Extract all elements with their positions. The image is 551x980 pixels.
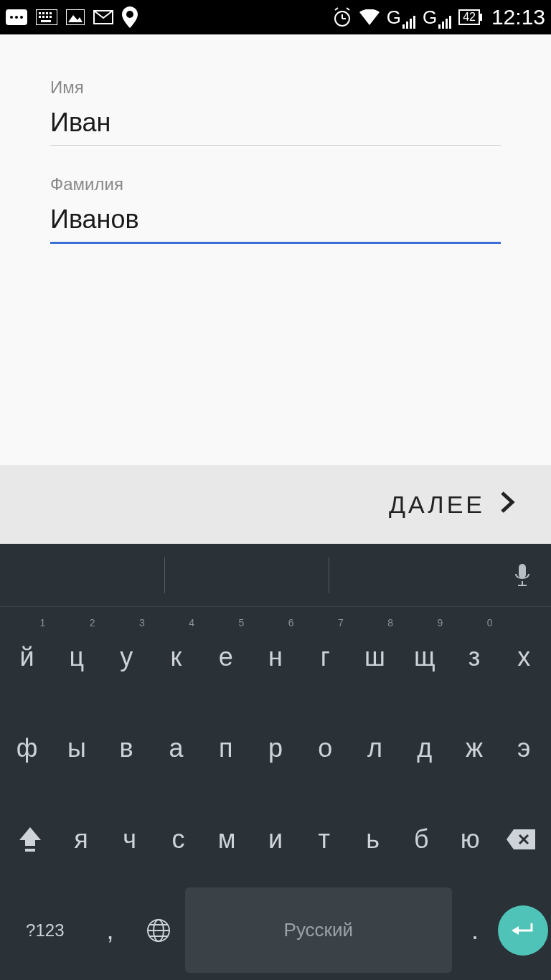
- separator: [164, 557, 165, 593]
- key-з[interactable]: з0: [450, 614, 498, 699]
- key-э[interactable]: э: [500, 705, 548, 791]
- key-я[interactable]: я: [57, 796, 105, 882]
- underline: [50, 145, 501, 146]
- mic-button[interactable]: [494, 562, 551, 588]
- svg-rect-7: [46, 12, 48, 14]
- key-х[interactable]: х: [500, 614, 548, 699]
- shift-key[interactable]: [4, 796, 56, 882]
- key-ф[interactable]: ф: [3, 705, 51, 791]
- chevron-right-icon: [499, 489, 515, 521]
- svg-rect-27: [25, 849, 35, 852]
- key-с[interactable]: с: [155, 796, 202, 882]
- key-в[interactable]: в: [103, 705, 151, 791]
- key-б[interactable]: б: [397, 796, 445, 882]
- key-к[interactable]: к4: [152, 614, 200, 699]
- key-у[interactable]: у3: [103, 614, 151, 699]
- svg-point-1: [10, 16, 13, 19]
- key-р[interactable]: р: [251, 705, 299, 791]
- key-щ[interactable]: щ9: [400, 614, 448, 699]
- separator: [329, 557, 329, 593]
- mail-notification-icon: [93, 10, 113, 24]
- next-bar: ДАЛЕЕ: [0, 465, 551, 544]
- globe-key[interactable]: [133, 887, 184, 973]
- suggestion-bar: [0, 544, 551, 607]
- svg-rect-14: [66, 9, 85, 25]
- last-name-label: Фамилия: [50, 174, 501, 194]
- next-button[interactable]: ДАЛЕЕ: [389, 489, 515, 521]
- underline-focused: [50, 242, 501, 244]
- svg-rect-13: [41, 20, 51, 22]
- notification-more-icon: [6, 9, 27, 25]
- first-name-input[interactable]: [50, 103, 501, 145]
- backspace-key[interactable]: [495, 796, 547, 882]
- comma-key[interactable]: ,: [89, 887, 132, 973]
- key-й[interactable]: й1: [3, 614, 51, 699]
- key-а[interactable]: а: [152, 705, 200, 791]
- key-г[interactable]: г7: [301, 614, 349, 699]
- svg-rect-6: [42, 12, 44, 14]
- key-ш[interactable]: ш8: [351, 614, 399, 699]
- next-button-label: ДАЛЕЕ: [389, 491, 485, 519]
- symbols-key[interactable]: ?123: [3, 887, 88, 973]
- key-о[interactable]: о: [301, 705, 349, 791]
- last-name-field: Фамилия: [50, 174, 501, 244]
- period-key[interactable]: .: [453, 887, 496, 973]
- space-key[interactable]: Русский: [185, 887, 452, 973]
- key-ж[interactable]: ж: [450, 705, 498, 791]
- key-и[interactable]: и: [252, 796, 299, 882]
- key-ы[interactable]: ы: [52, 705, 100, 791]
- signal-2: G: [423, 6, 451, 29]
- key-т[interactable]: т: [301, 796, 348, 882]
- signal-1: G: [387, 6, 415, 29]
- svg-point-2: [15, 16, 18, 19]
- key-е[interactable]: е5: [202, 614, 250, 699]
- svg-rect-9: [39, 16, 41, 18]
- form-area: Имя Фамилия: [0, 34, 551, 465]
- key-м[interactable]: м: [203, 796, 250, 882]
- clock: 12:13: [491, 5, 545, 29]
- battery-icon: 42: [458, 9, 480, 25]
- last-name-input[interactable]: [50, 200, 501, 242]
- svg-rect-12: [50, 16, 52, 18]
- enter-key[interactable]: [498, 905, 548, 956]
- svg-line-22: [347, 8, 349, 10]
- key-ц[interactable]: ц2: [52, 614, 100, 699]
- svg-rect-8: [50, 12, 52, 14]
- keyboard-notification-icon: [36, 9, 57, 25]
- key-н[interactable]: н6: [251, 614, 299, 699]
- svg-marker-15: [68, 15, 83, 22]
- key-л[interactable]: л: [351, 705, 399, 791]
- svg-point-3: [20, 16, 23, 19]
- first-name-field: Имя: [50, 77, 501, 146]
- key-ч[interactable]: ч: [106, 796, 154, 882]
- wifi-icon: [359, 9, 380, 25]
- image-notification-icon: [66, 9, 85, 25]
- location-notification-icon: [122, 6, 138, 28]
- key-п[interactable]: п: [202, 705, 250, 791]
- key-ю[interactable]: ю: [446, 796, 494, 882]
- first-name-label: Имя: [50, 77, 501, 98]
- svg-rect-5: [39, 12, 41, 14]
- status-bar: G G 42 12:13: [0, 0, 551, 34]
- alarm-icon: [332, 7, 352, 27]
- svg-rect-11: [46, 16, 48, 18]
- key-д[interactable]: д: [400, 705, 448, 791]
- svg-marker-35: [512, 926, 519, 935]
- svg-rect-23: [519, 564, 526, 578]
- svg-rect-10: [42, 16, 44, 18]
- key-ь[interactable]: ь: [349, 796, 397, 882]
- keyboard: й1ц2у3к4е5н6г7ш8щ9з0х фывапролджэ ячсмит…: [0, 544, 551, 980]
- svg-marker-26: [19, 827, 41, 846]
- svg-line-21: [335, 8, 338, 10]
- svg-point-17: [126, 11, 133, 18]
